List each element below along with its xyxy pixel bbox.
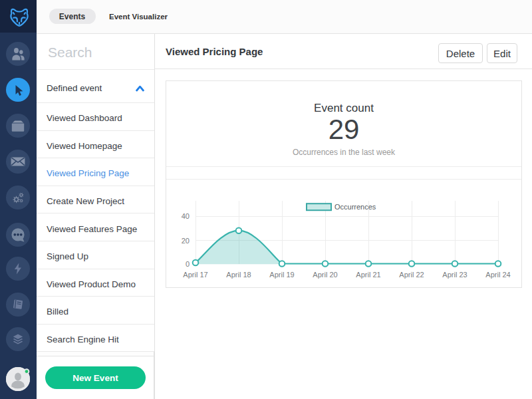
svg-text:April 22: April 22 (399, 271, 424, 279)
svg-text:April 17: April 17 (183, 271, 207, 279)
svg-text:April 23: April 23 (442, 271, 467, 279)
svg-text:0: 0 (186, 260, 190, 268)
svg-text:April 24: April 24 (485, 271, 510, 279)
svg-text:April 21: April 21 (356, 271, 380, 279)
svg-text:Occurrences: Occurrences (334, 203, 376, 211)
svg-text:April 19: April 19 (269, 271, 294, 279)
svg-text:April 20: April 20 (313, 271, 337, 279)
svg-text:40: 40 (182, 212, 190, 220)
svg-text:20: 20 (182, 237, 190, 245)
svg-text:April 18: April 18 (226, 271, 251, 279)
